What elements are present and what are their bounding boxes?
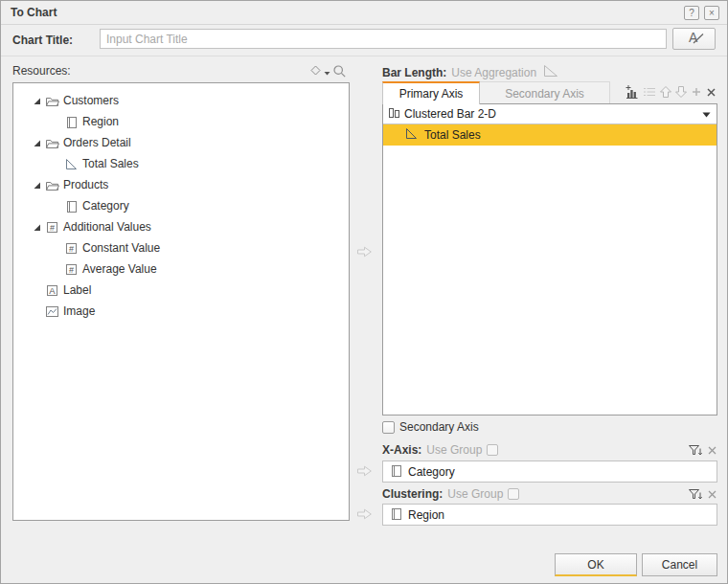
- font-style-icon: A: [682, 29, 707, 49]
- expander-icon[interactable]: [33, 223, 41, 232]
- close-icon[interactable]: ×: [704, 6, 719, 20]
- tree-item-total-sales[interactable]: Total Sales: [13, 153, 349, 174]
- search-icon[interactable]: [332, 64, 347, 79]
- transfer-arrow-icon: [356, 245, 373, 258]
- bar-length-label: Bar Length:: [382, 66, 446, 79]
- svg-text:#: #: [69, 243, 74, 253]
- header-divider: [1, 56, 727, 56]
- tree-item-region[interactable]: Region: [13, 111, 349, 132]
- transfer-arrow-icon: [356, 464, 373, 478]
- x-axis-item-label: Category: [408, 465, 455, 479]
- secondary-axis-checkbox[interactable]: [382, 421, 395, 434]
- tree-item-label: Category: [82, 199, 129, 213]
- chart-type-icon: [387, 105, 402, 124]
- clustering-label: Clustering:: [382, 487, 443, 501]
- tree-item-label: Constant Value: [82, 241, 160, 255]
- folder-icon: [45, 178, 59, 192]
- titlebar: To Chart ? ×: [1, 1, 727, 25]
- number-icon: #: [64, 262, 79, 277]
- tree-item-label: Region: [82, 115, 119, 128]
- folder-icon: [45, 136, 59, 150]
- tree-item-products[interactable]: Products: [13, 174, 349, 195]
- add-icon[interactable]: [690, 85, 703, 99]
- aggregation-icon: [542, 64, 559, 80]
- bar-length-row: Bar Length: Use Aggregation: [382, 64, 559, 80]
- series-item-label: Total Sales: [424, 128, 481, 142]
- axis-tabs: Primary Axis Secondary Axis: [382, 81, 610, 104]
- x-axis-tools: [685, 442, 717, 458]
- tree-item-label: Orders Detail: [63, 136, 131, 149]
- tree-item-label: Average Value: [82, 262, 157, 276]
- clustering-tools: [685, 486, 717, 502]
- labelA-icon: A: [45, 283, 59, 298]
- x-axis-use-group-label: Use Group: [426, 443, 482, 457]
- move-down-icon[interactable]: [674, 84, 688, 100]
- expander-icon[interactable]: [33, 181, 41, 190]
- column-icon: [389, 506, 403, 524]
- column-icon: [64, 199, 79, 213]
- x-axis-header: X-Axis: Use Group: [382, 442, 498, 458]
- tree-item-label[interactable]: ALabel: [13, 280, 349, 301]
- resources-toolbar: [307, 62, 350, 79]
- tab-secondary-axis[interactable]: Secondary Axis: [480, 81, 610, 104]
- remove-icon[interactable]: [705, 86, 717, 99]
- secondary-axis-checkbox-row: Secondary Axis: [382, 420, 479, 434]
- tree-item-label: Image: [63, 304, 95, 318]
- tree-item-label: Label: [63, 283, 91, 297]
- folder-icon: [45, 94, 59, 108]
- tree-item-customers[interactable]: Customers: [13, 90, 349, 111]
- chart-type-dropdown[interactable]: Clustered Bar 2-D: [383, 104, 717, 124]
- number-icon: #: [45, 220, 59, 235]
- tree-item-image[interactable]: Image: [13, 301, 349, 322]
- axis-toolbar: [614, 83, 717, 101]
- clustering-use-group-label: Use Group: [447, 487, 503, 501]
- column-icon: [389, 463, 403, 481]
- tab-primary-axis[interactable]: Primary Axis: [382, 81, 480, 104]
- add-series-icon[interactable]: [625, 84, 640, 100]
- tree-item-label: Customers: [63, 94, 119, 107]
- x-axis-use-group-checkbox[interactable]: [487, 444, 498, 456]
- tree-item-label: Total Sales: [82, 157, 139, 170]
- x-axis-label: X-Axis:: [382, 443, 421, 457]
- clustering-header: Clustering: Use Group: [382, 486, 519, 502]
- sort-icon[interactable]: [309, 64, 322, 78]
- chart-title-label: Chart Title:: [12, 34, 73, 47]
- tree-item-average-value[interactable]: #Average Value: [13, 258, 349, 280]
- number-icon: #: [64, 241, 79, 256]
- bar-length-value[interactable]: Use Aggregation: [451, 66, 536, 79]
- measure-icon: [404, 126, 419, 144]
- svg-text:#: #: [50, 222, 55, 232]
- secondary-axis-checkbox-label: Secondary Axis: [399, 420, 479, 434]
- column-icon: [64, 115, 79, 129]
- tree-item-label: Additional Values: [63, 220, 151, 234]
- tree-item-constant-value[interactable]: #Constant Value: [13, 237, 349, 258]
- font-style-button[interactable]: A: [672, 28, 716, 50]
- resources-label: Resources:: [12, 64, 71, 78]
- help-icon[interactable]: ?: [684, 6, 699, 20]
- ok-button[interactable]: OK: [555, 553, 637, 576]
- sort-caret-icon[interactable]: [324, 65, 330, 77]
- expander-icon[interactable]: [33, 139, 41, 147]
- chevron-down-icon: [702, 107, 711, 121]
- tree-item-additional-values[interactable]: #Additional Values: [13, 216, 349, 237]
- tree-item-orders-detail[interactable]: Orders Detail: [13, 132, 349, 153]
- chart-title-input[interactable]: [100, 29, 667, 49]
- tree-item-label: Products: [63, 178, 108, 191]
- dialog-title: To Chart: [11, 6, 679, 19]
- expander-icon[interactable]: [33, 97, 41, 105]
- svg-text:#: #: [69, 264, 74, 274]
- cancel-button[interactable]: Cancel: [642, 553, 717, 576]
- filter-icon[interactable]: [688, 443, 703, 458]
- filter-icon[interactable]: [688, 487, 703, 502]
- series-item-total-sales[interactable]: Total Sales: [383, 124, 717, 146]
- move-up-icon[interactable]: [659, 84, 672, 100]
- x-axis-item-category[interactable]: Category: [382, 460, 717, 483]
- tree-item-category[interactable]: Category: [13, 195, 349, 216]
- clear-icon[interactable]: [707, 445, 717, 456]
- list-icon[interactable]: [642, 84, 657, 100]
- clear-icon[interactable]: [707, 489, 717, 500]
- resources-tree: CustomersRegionOrders DetailTotal SalesP…: [12, 82, 350, 521]
- clustering-item-region[interactable]: Region: [382, 504, 717, 526]
- to-chart-dialog: To Chart ? × Chart Title: A Resources: C…: [0, 0, 728, 584]
- clustering-use-group-checkbox[interactable]: [508, 488, 519, 500]
